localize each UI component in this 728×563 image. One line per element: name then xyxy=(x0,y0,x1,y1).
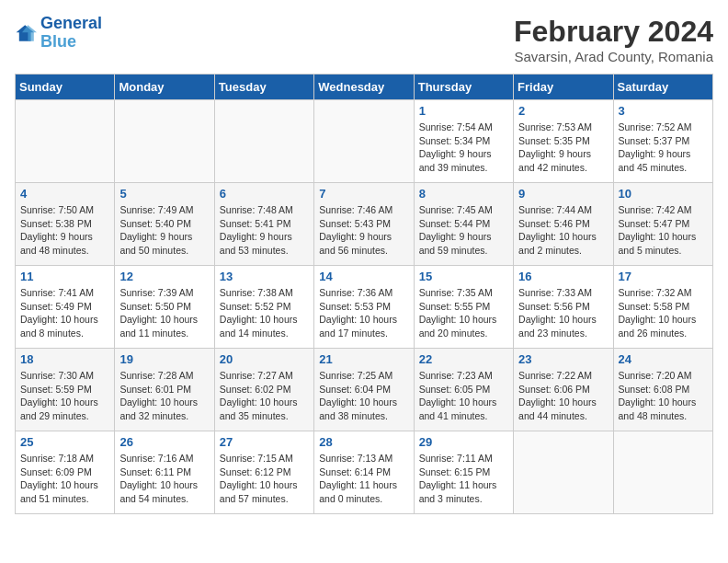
day-info: Sunrise: 7:41 AM Sunset: 5:49 PM Dayligh… xyxy=(20,286,109,340)
day-number: 19 xyxy=(119,352,209,366)
weekday-header: Monday xyxy=(115,75,214,100)
day-number: 4 xyxy=(20,187,109,201)
day-info: Sunrise: 7:30 AM Sunset: 5:59 PM Dayligh… xyxy=(20,369,109,423)
day-info: Sunrise: 7:44 AM Sunset: 5:46 PM Dayligh… xyxy=(518,203,608,258)
calendar-cell: 22Sunrise: 7:23 AM Sunset: 6:05 PM Dayli… xyxy=(414,349,513,431)
day-info: Sunrise: 7:50 AM Sunset: 5:38 PM Dayligh… xyxy=(20,203,109,258)
logo-name: GeneralBlue xyxy=(40,15,102,52)
calendar-cell: 3Sunrise: 7:52 AM Sunset: 5:37 PM Daylig… xyxy=(613,100,712,183)
calendar-cell: 4Sunrise: 7:50 AM Sunset: 5:38 PM Daylig… xyxy=(16,183,115,266)
day-number: 22 xyxy=(419,352,508,366)
day-number: 16 xyxy=(518,270,608,283)
day-number: 5 xyxy=(119,187,209,201)
day-number: 2 xyxy=(518,104,608,118)
day-info: Sunrise: 7:53 AM Sunset: 5:35 PM Dayligh… xyxy=(518,121,608,175)
calendar-cell xyxy=(115,100,214,183)
day-number: 23 xyxy=(518,352,608,366)
calendar-cell: 15Sunrise: 7:35 AM Sunset: 5:55 PM Dayli… xyxy=(414,266,513,349)
day-number: 24 xyxy=(619,352,708,366)
title-block: February 2024 Savarsin, Arad County, Rom… xyxy=(514,15,713,64)
day-info: Sunrise: 7:18 AM Sunset: 6:09 PM Dayligh… xyxy=(20,452,109,506)
day-info: Sunrise: 7:32 AM Sunset: 5:58 PM Dayligh… xyxy=(619,286,708,340)
calendar-cell: 27Sunrise: 7:15 AM Sunset: 6:12 PM Dayli… xyxy=(214,431,313,514)
day-number: 27 xyxy=(220,435,309,449)
day-number: 17 xyxy=(619,270,708,283)
calendar-cell: 12Sunrise: 7:39 AM Sunset: 5:50 PM Dayli… xyxy=(115,266,214,349)
day-number: 20 xyxy=(220,352,309,366)
weekday-header-row: SundayMondayTuesdayWednesdayThursdayFrid… xyxy=(16,75,713,100)
calendar-week-row: 25Sunrise: 7:18 AM Sunset: 6:09 PM Dayli… xyxy=(16,431,713,514)
calendar-cell: 20Sunrise: 7:27 AM Sunset: 6:02 PM Dayli… xyxy=(214,349,313,431)
calendar-cell: 2Sunrise: 7:53 AM Sunset: 5:35 PM Daylig… xyxy=(514,100,613,183)
calendar-cell: 29Sunrise: 7:11 AM Sunset: 6:15 PM Dayli… xyxy=(414,431,513,514)
day-number: 28 xyxy=(319,435,408,449)
logo-icon xyxy=(15,22,37,44)
calendar-cell: 18Sunrise: 7:30 AM Sunset: 5:59 PM Dayli… xyxy=(16,349,115,431)
day-number: 1 xyxy=(419,104,508,118)
day-info: Sunrise: 7:25 AM Sunset: 6:04 PM Dayligh… xyxy=(319,369,408,423)
calendar-cell xyxy=(613,431,712,514)
day-info: Sunrise: 7:46 AM Sunset: 5:43 PM Dayligh… xyxy=(319,203,408,258)
day-number: 10 xyxy=(619,187,708,201)
weekday-header: Wednesday xyxy=(314,75,414,100)
weekday-header: Tuesday xyxy=(214,75,313,100)
calendar-cell xyxy=(314,100,414,183)
weekday-header: Thursday xyxy=(414,75,513,100)
calendar-table: SundayMondayTuesdayWednesdayThursdayFrid… xyxy=(15,74,713,514)
calendar-cell: 6Sunrise: 7:48 AM Sunset: 5:41 PM Daylig… xyxy=(214,183,313,266)
day-info: Sunrise: 7:13 AM Sunset: 6:14 PM Dayligh… xyxy=(319,452,408,506)
calendar-cell: 10Sunrise: 7:42 AM Sunset: 5:47 PM Dayli… xyxy=(613,183,712,266)
calendar-cell: 11Sunrise: 7:41 AM Sunset: 5:49 PM Dayli… xyxy=(16,266,115,349)
calendar-cell xyxy=(514,431,613,514)
day-info: Sunrise: 7:42 AM Sunset: 5:47 PM Dayligh… xyxy=(619,203,708,258)
weekday-header: Sunday xyxy=(16,75,115,100)
calendar-cell: 5Sunrise: 7:49 AM Sunset: 5:40 PM Daylig… xyxy=(115,183,214,266)
day-number: 15 xyxy=(419,270,508,283)
day-info: Sunrise: 7:27 AM Sunset: 6:02 PM Dayligh… xyxy=(220,369,309,423)
day-info: Sunrise: 7:22 AM Sunset: 6:06 PM Dayligh… xyxy=(518,369,608,423)
day-info: Sunrise: 7:52 AM Sunset: 5:37 PM Dayligh… xyxy=(619,121,708,175)
calendar-cell: 16Sunrise: 7:33 AM Sunset: 5:56 PM Dayli… xyxy=(514,266,613,349)
day-number: 8 xyxy=(419,187,508,201)
day-number: 6 xyxy=(220,187,309,201)
day-number: 9 xyxy=(518,187,608,201)
day-info: Sunrise: 7:48 AM Sunset: 5:41 PM Dayligh… xyxy=(220,203,309,258)
day-info: Sunrise: 7:45 AM Sunset: 5:44 PM Dayligh… xyxy=(419,203,508,258)
day-info: Sunrise: 7:15 AM Sunset: 6:12 PM Dayligh… xyxy=(220,452,309,506)
calendar-cell: 7Sunrise: 7:46 AM Sunset: 5:43 PM Daylig… xyxy=(314,183,414,266)
page-header: GeneralBlue February 2024 Savarsin, Arad… xyxy=(15,15,713,64)
day-number: 29 xyxy=(419,435,508,449)
calendar-cell: 26Sunrise: 7:16 AM Sunset: 6:11 PM Dayli… xyxy=(115,431,214,514)
day-info: Sunrise: 7:11 AM Sunset: 6:15 PM Dayligh… xyxy=(419,452,508,506)
day-info: Sunrise: 7:39 AM Sunset: 5:50 PM Dayligh… xyxy=(119,286,209,340)
calendar-cell: 24Sunrise: 7:20 AM Sunset: 6:08 PM Dayli… xyxy=(613,349,712,431)
day-info: Sunrise: 7:20 AM Sunset: 6:08 PM Dayligh… xyxy=(619,369,708,423)
calendar-cell: 9Sunrise: 7:44 AM Sunset: 5:46 PM Daylig… xyxy=(514,183,613,266)
calendar-cell: 23Sunrise: 7:22 AM Sunset: 6:06 PM Dayli… xyxy=(514,349,613,431)
day-number: 18 xyxy=(20,352,109,366)
calendar-cell: 8Sunrise: 7:45 AM Sunset: 5:44 PM Daylig… xyxy=(414,183,513,266)
calendar-title: February 2024 xyxy=(514,15,713,49)
calendar-cell: 19Sunrise: 7:28 AM Sunset: 6:01 PM Dayli… xyxy=(115,349,214,431)
weekday-header: Friday xyxy=(514,75,613,100)
day-number: 25 xyxy=(20,435,109,449)
calendar-cell xyxy=(214,100,313,183)
day-number: 26 xyxy=(119,435,209,449)
day-info: Sunrise: 7:33 AM Sunset: 5:56 PM Dayligh… xyxy=(518,286,608,340)
day-info: Sunrise: 7:35 AM Sunset: 5:55 PM Dayligh… xyxy=(419,286,508,340)
day-number: 3 xyxy=(619,104,708,118)
calendar-subtitle: Savarsin, Arad County, Romania xyxy=(514,49,713,64)
day-info: Sunrise: 7:49 AM Sunset: 5:40 PM Dayligh… xyxy=(119,203,209,258)
day-number: 11 xyxy=(20,270,109,283)
day-number: 14 xyxy=(319,270,408,283)
day-info: Sunrise: 7:23 AM Sunset: 6:05 PM Dayligh… xyxy=(419,369,508,423)
day-info: Sunrise: 7:16 AM Sunset: 6:11 PM Dayligh… xyxy=(119,452,209,506)
calendar-cell: 25Sunrise: 7:18 AM Sunset: 6:09 PM Dayli… xyxy=(16,431,115,514)
calendar-cell xyxy=(16,100,115,183)
day-info: Sunrise: 7:54 AM Sunset: 5:34 PM Dayligh… xyxy=(419,121,508,175)
day-number: 12 xyxy=(119,270,209,283)
calendar-week-row: 1Sunrise: 7:54 AM Sunset: 5:34 PM Daylig… xyxy=(16,100,713,183)
logo: GeneralBlue xyxy=(15,15,102,52)
calendar-cell: 21Sunrise: 7:25 AM Sunset: 6:04 PM Dayli… xyxy=(314,349,414,431)
calendar-cell: 14Sunrise: 7:36 AM Sunset: 5:53 PM Dayli… xyxy=(314,266,414,349)
